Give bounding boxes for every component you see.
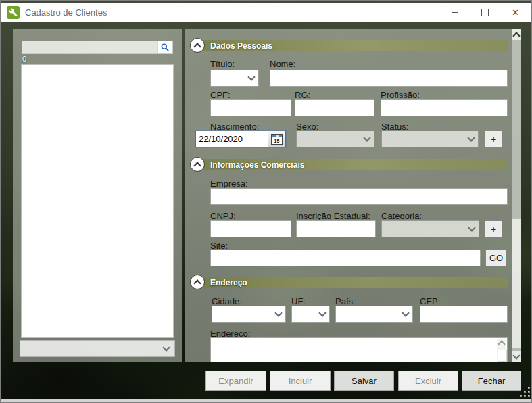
inscricao-label: Inscrição Estadual: xyxy=(296,211,370,221)
expandir-button[interactable]: Expandir xyxy=(205,371,266,391)
endereco-scroll-thumb[interactable] xyxy=(498,350,507,362)
form-scrollbar[interactable] xyxy=(512,29,521,362)
cnpj-label: CNPJ: xyxy=(210,211,236,221)
chevron-down-icon xyxy=(318,309,326,316)
chevron-down-icon xyxy=(162,343,170,351)
site-input[interactable] xyxy=(210,250,481,266)
profissao-input[interactable] xyxy=(381,99,508,116)
window-title: Cadastro de Clientes xyxy=(25,7,107,18)
commercial-section-header: Informações Comerciais xyxy=(201,159,508,170)
excluir-button[interactable]: Excluir xyxy=(398,371,458,391)
client-listbox[interactable] xyxy=(21,64,174,338)
status-dropdown[interactable] xyxy=(381,131,479,147)
address-section-header: Endereço xyxy=(201,277,508,288)
search-button[interactable] xyxy=(157,41,172,53)
close-icon: ✕ xyxy=(512,8,519,17)
add-categoria-button[interactable]: + xyxy=(485,220,502,237)
rg-label: RG: xyxy=(295,90,310,100)
nome-input[interactable] xyxy=(270,70,508,87)
minimize-button[interactable] xyxy=(439,3,470,22)
cadastro-clientes-window: { "window": { "title": "Cadastro de Clie… xyxy=(0,0,532,403)
sexo-dropdown[interactable] xyxy=(296,131,374,147)
form-panel: Dados Pessoais Título: Nome: CPF: RG: Pr… xyxy=(185,29,521,362)
window-bottom-edge xyxy=(1,399,531,403)
pais-label: País: xyxy=(335,296,356,306)
categoria-label: Categoria: xyxy=(381,211,422,221)
address-section-title: Endereço xyxy=(201,278,247,287)
chevron-up-icon xyxy=(193,43,201,50)
cidade-dropdown[interactable] xyxy=(212,306,286,323)
cep-input[interactable] xyxy=(420,306,508,323)
add-status-button[interactable]: + xyxy=(485,131,502,147)
scroll-thumb[interactable] xyxy=(512,218,521,348)
scroll-up-button[interactable] xyxy=(512,29,521,40)
app-wrench-icon xyxy=(7,6,20,19)
commercial-section-title: Informações Comerciais xyxy=(201,160,304,170)
titulo-dropdown[interactable] xyxy=(210,70,259,87)
scroll-down-button[interactable] xyxy=(512,351,521,362)
chevron-up-icon xyxy=(193,162,201,169)
cep-label: CEP: xyxy=(420,296,440,306)
chevron-down-icon xyxy=(467,134,475,141)
chevron-down-icon xyxy=(247,73,255,80)
chevron-up-icon xyxy=(512,32,520,39)
uf-label: UF: xyxy=(291,296,306,306)
personal-section-header: Dados Pessoais xyxy=(201,40,508,51)
endereco-textarea-wrap xyxy=(210,337,508,362)
chevron-down-icon xyxy=(468,224,475,231)
cpf-label: CPF: xyxy=(210,90,231,100)
chevron-up-icon xyxy=(498,340,505,348)
chevron-down-icon xyxy=(402,309,409,316)
list-filter-dropdown[interactable] xyxy=(20,340,175,357)
nascimento-input[interactable] xyxy=(196,131,268,147)
chevron-down-icon xyxy=(274,309,282,316)
empresa-input[interactable] xyxy=(210,188,508,205)
collapse-personal-button[interactable] xyxy=(190,38,205,53)
client-list-panel: 0 xyxy=(13,29,182,362)
collapse-commercial-button[interactable] xyxy=(190,157,205,172)
endereco-textarea[interactable] xyxy=(211,338,500,362)
pais-dropdown[interactable] xyxy=(335,306,413,323)
go-button[interactable]: GO xyxy=(485,250,507,266)
rg-input[interactable] xyxy=(295,99,374,116)
cidade-label: Cidade: xyxy=(212,296,242,306)
fechar-button[interactable]: Fechar xyxy=(462,371,521,391)
nascimento-datepicker: 15 xyxy=(195,131,286,147)
maximize-icon xyxy=(481,9,489,16)
calendar-day: 15 xyxy=(274,139,280,144)
uf-dropdown[interactable] xyxy=(291,306,330,323)
incluir-button[interactable]: Incluir xyxy=(270,371,331,391)
inscricao-input[interactable] xyxy=(296,220,376,237)
cpf-input[interactable] xyxy=(210,99,291,116)
cnpj-input[interactable] xyxy=(210,220,291,237)
empresa-label: Empresa: xyxy=(210,179,248,189)
maximize-button[interactable] xyxy=(470,3,500,22)
chevron-down-icon xyxy=(512,352,520,359)
search-input[interactable] xyxy=(22,41,157,53)
close-button[interactable]: ✕ xyxy=(500,3,531,22)
chevron-up-icon xyxy=(193,279,201,287)
search-box xyxy=(22,41,173,54)
personal-section-title: Dados Pessoais xyxy=(201,41,272,51)
calendar-icon: 15 xyxy=(271,134,283,145)
calendar-button[interactable]: 15 xyxy=(268,131,285,147)
titulo-label: Título: xyxy=(210,59,235,69)
minimize-icon xyxy=(452,12,458,13)
nome-label: Nome: xyxy=(270,59,295,69)
chevron-down-icon xyxy=(363,134,370,141)
endereco-scrollbar[interactable] xyxy=(497,339,506,362)
salvar-button[interactable]: Salvar xyxy=(334,371,394,391)
collapse-address-button[interactable] xyxy=(190,275,205,289)
profissao-label: Profissão: xyxy=(381,90,420,100)
resize-grip[interactable] xyxy=(517,387,532,399)
result-count: 0 xyxy=(22,55,26,63)
search-icon xyxy=(160,43,170,52)
titlebar: Cadastro de Clientes ✕ xyxy=(1,3,531,22)
categoria-dropdown[interactable] xyxy=(381,220,479,237)
